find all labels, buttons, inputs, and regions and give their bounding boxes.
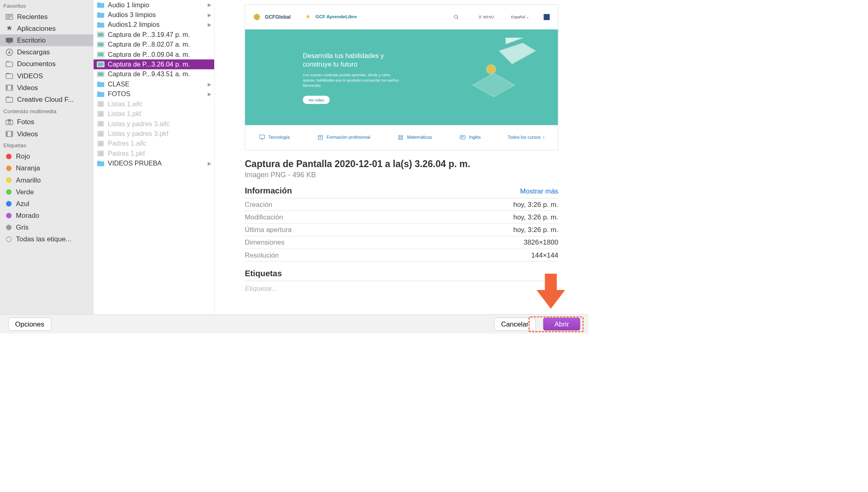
brand-1: GCFGlobal — [265, 14, 291, 20]
file-row[interactable]: Listas 1.pkf — [94, 109, 215, 118]
file-name: Captura de P...3.26.04 p. m. — [108, 60, 212, 68]
tag-label: Amarillo — [16, 176, 41, 184]
sidebar-tag-rojo[interactable]: Rojo — [0, 150, 93, 162]
file-row[interactable]: FOTOS▶ — [94, 89, 215, 99]
category-icon — [397, 135, 404, 141]
hero-title: Desarrolla tus habilidades y construye t… — [303, 52, 402, 69]
file-name: Captura de P...8.02.07 a. m. — [108, 41, 212, 48]
folder-icon — [97, 11, 105, 18]
file-row[interactable]: Listas 1.aifc — [94, 99, 215, 109]
file-row[interactable]: Audio 1 limpio▶ — [94, 0, 215, 10]
annotation-arrow-icon — [536, 274, 566, 309]
open-button[interactable]: Abrir — [543, 318, 580, 331]
chevron-right-icon: ▶ — [208, 22, 211, 28]
preview-subtitle: Imagen PNG - 496 KB — [245, 171, 558, 179]
sidebar-item-creative-cloud[interactable]: Creative Cloud F... — [0, 94, 93, 105]
info-heading: Información — [245, 186, 292, 195]
file-row[interactable]: Captura de P...3.19.47 p. m. — [94, 30, 215, 39]
file-name: Listas y padres 3.pkf — [108, 130, 212, 138]
file-row[interactable]: VIDEOS PRUEBA▶ — [94, 159, 215, 168]
file-row[interactable]: CLASE▶ — [94, 79, 215, 89]
sidebar-tag-morado[interactable]: Morado — [0, 210, 93, 221]
chevron-right-icon: ▶ — [208, 2, 211, 8]
file-row[interactable]: Captura de P...9.43.51 a. m. — [94, 69, 215, 79]
audio-icon — [97, 130, 105, 137]
sidebar-tag-amarillo[interactable]: Amarillo — [0, 174, 93, 186]
category-link: Formación profesional — [317, 135, 370, 141]
sidebar-item-desktop[interactable]: Escritorio — [0, 34, 93, 46]
sidebar-item-documents[interactable]: Documentos — [0, 58, 93, 70]
sidebar-item-applications[interactable]: Aplicaciones — [0, 23, 93, 34]
category-icon — [258, 135, 266, 141]
file-row[interactable]: Padres 1.pkf — [94, 148, 215, 158]
sidebar-item-downloads[interactable]: Descargas — [0, 46, 93, 58]
file-name: Listas 1.pkf — [108, 110, 212, 118]
movies-icon — [5, 130, 14, 138]
svg-rect-13 — [98, 33, 103, 37]
file-row[interactable]: Audios1.2 limpios▶ — [94, 20, 215, 30]
globe-logo-icon — [253, 13, 260, 21]
menu-label: ☰ MENÚ — [479, 15, 494, 19]
svg-rect-8 — [6, 120, 13, 125]
sidebar-label: Fotos — [17, 118, 34, 126]
svg-rect-25 — [97, 131, 104, 136]
file-name: Audio 1 limpio — [108, 1, 208, 9]
audio-icon — [97, 101, 105, 107]
sidebar: Favoritos Recientes Aplicaciones Escrito… — [0, 0, 94, 314]
info-row: Resolución144×144 — [245, 249, 558, 262]
sidebar-item-photos[interactable]: Fotos — [0, 116, 93, 128]
sidebar-item-videos-media[interactable]: Videos — [0, 128, 93, 140]
file-list: Audio 1 limpio▶Audios 3 limpios▶Audios1.… — [94, 0, 215, 314]
preview-pane: GCFGlobal GCF AprendeLibre ☰ MENÚ Españo… — [215, 0, 589, 314]
sidebar-label: VIDEOS — [17, 72, 43, 80]
file-row[interactable]: Listas y padres 3.pkf — [94, 129, 215, 138]
svg-rect-26 — [97, 141, 104, 146]
tag-dot-icon — [6, 213, 12, 218]
options-button[interactable]: Opciones — [8, 318, 51, 331]
tag-dot-icon — [6, 189, 12, 195]
tags-input[interactable]: Etiquetar... — [245, 284, 558, 292]
recents-icon — [5, 13, 14, 21]
file-row[interactable]: Audios 3 limpios▶ — [94, 10, 215, 19]
category-icon — [459, 135, 466, 141]
svg-rect-22 — [97, 101, 104, 107]
downloads-icon — [5, 48, 14, 56]
sidebar-tag-azul[interactable]: Azul — [0, 198, 93, 209]
png-icon — [97, 61, 105, 68]
info-key: Creación — [245, 200, 272, 208]
file-name: VIDEOS PRUEBA — [108, 159, 208, 167]
sidebar-item-videos-movies[interactable]: Videos — [0, 82, 93, 93]
svg-rect-7 — [6, 97, 13, 102]
sidebar-label: Recientes — [17, 13, 47, 21]
tag-dot-icon — [6, 201, 12, 206]
sidebar-tag-naranja[interactable]: Naranja — [0, 162, 93, 174]
sidebar-item-videos-folder[interactable]: VIDEOS — [0, 70, 93, 82]
movies-icon — [5, 84, 14, 91]
file-row[interactable]: Listas y padres 3.aifc — [94, 119, 215, 129]
folder-icon — [5, 96, 14, 103]
tag-dot-icon — [6, 236, 12, 242]
svg-point-9 — [8, 121, 11, 123]
folder-icon — [5, 72, 14, 79]
category-link: Tecnología — [258, 135, 290, 141]
file-row[interactable]: Captura de P...3.26.04 p. m. — [94, 59, 215, 69]
sidebar-item-recents[interactable]: Recientes — [0, 11, 93, 22]
file-row[interactable]: Captura de P...8.02.07 a. m. — [94, 40, 215, 49]
file-name: Listas y padres 3.aifc — [108, 120, 212, 128]
folder-icon — [97, 21, 105, 28]
hero-video-button: Ver video — [303, 96, 330, 104]
file-row[interactable]: Padres 1.aifc — [94, 139, 215, 148]
file-name: Captura de P...0.09.04 a. m. — [108, 51, 212, 58]
chevron-right-icon: ▶ — [208, 160, 211, 166]
sidebar-label: Descargas — [17, 48, 50, 56]
cancel-button[interactable]: Cancelar — [494, 318, 535, 331]
file-row[interactable]: Captura de P...0.09.04 a. m. — [94, 49, 215, 59]
category-link: Todos los cursos › — [508, 135, 544, 140]
sidebar-tag-verde[interactable]: Verde — [0, 186, 93, 198]
svg-rect-21 — [98, 72, 103, 76]
svg-rect-33 — [460, 135, 465, 139]
sidebar-all-tags[interactable]: Todas las etique... — [0, 233, 93, 245]
show-more-link[interactable]: Mostrar más — [520, 187, 558, 195]
sidebar-tag-gris[interactable]: Gris — [0, 221, 93, 233]
info-key: Dimensiones — [245, 238, 284, 247]
